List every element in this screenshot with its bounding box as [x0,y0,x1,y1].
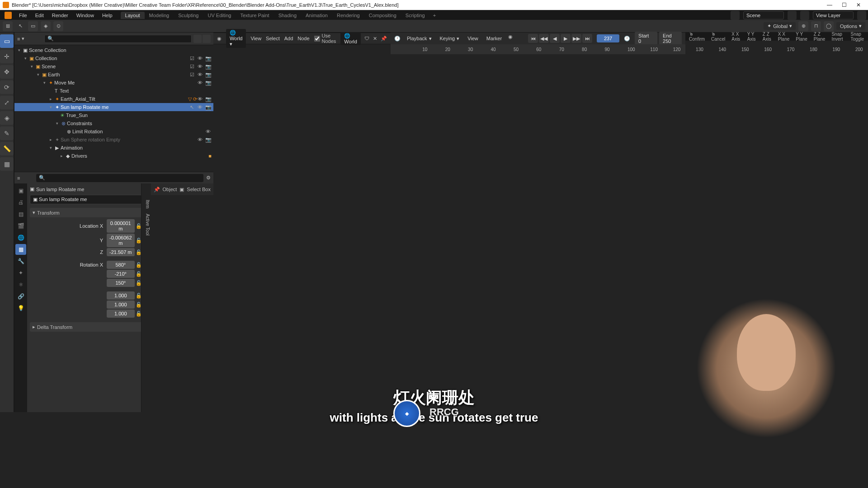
select-box-tool[interactable]: ▭ [0,34,14,48]
viewlayer-browse-icon[interactable] [800,11,809,20]
play-button[interactable]: ▶ [561,34,571,43]
scene-browse-icon[interactable] [731,11,740,20]
rot-y-field[interactable]: -210° [107,270,135,278]
outliner-row-drivers[interactable]: ▸◆Drivers■ [14,152,213,160]
properties-search[interactable]: 🔍 [36,174,203,182]
loc-x-field[interactable]: 0.000001 m [107,219,135,233]
tab-scripting[interactable]: Scripting [401,12,429,19]
node-node-menu[interactable]: Node [297,36,309,41]
unlink-icon[interactable]: ✕ [373,36,377,42]
object-tab[interactable]: ▦ [15,244,26,255]
outliner-row-collection[interactable]: ▾▣Collection☑👁📷 [14,54,213,62]
camera-icon[interactable]: 📷 [205,104,212,110]
use-nodes-checkbox[interactable]: Use Nodes [314,33,336,44]
edit-menu[interactable]: Edit [32,12,47,19]
outliner-row-scene[interactable]: ▾▣Scene☑👁📷 [14,62,213,70]
rotate-tool[interactable]: ⟳ [0,80,14,94]
eye-icon[interactable]: 👁 [197,56,203,61]
preview-range-icon[interactable]: 🕐 [624,36,630,42]
annotate-tool[interactable]: ✎ [0,127,14,140]
editor-type-timeline-icon[interactable]: 🕐 [394,36,401,42]
exclude-icon[interactable]: ☑ [189,72,195,78]
outliner-row-animation[interactable]: ▾▶Animation [14,144,213,152]
outliner[interactable]: ▾▣Scene Collection ▾▣Collection☑👁📷 ▾▣Sce… [14,45,213,172]
overlay-icon[interactable]: ⊙ [53,21,63,31]
pivot-icon[interactable]: ⊕ [798,21,808,31]
outliner-row-earth[interactable]: ▾▣Earth☑👁📷 [14,70,213,79]
maximize-button[interactable]: ☐ [837,0,851,9]
sidebar-tab-item[interactable]: Item [142,197,151,211]
editor-type-props-icon[interactable]: ≡ [17,175,20,181]
window-menu[interactable]: Window [73,12,98,19]
jump-start-button[interactable]: ⏮ [528,34,538,43]
add-workspace-button[interactable]: + [429,12,439,19]
tab-sculpting[interactable]: Sculpting [174,12,203,19]
transform-tool[interactable]: ◈ [0,111,14,125]
end-frame-field[interactable]: End 250 [659,32,682,45]
exclude-icon[interactable]: ☑ [189,56,195,61]
pin-icon[interactable]: 📌 [381,36,387,42]
render-menu[interactable]: Render [48,12,72,19]
add-tool[interactable]: ▦ [0,157,14,171]
world-tab[interactable]: 🌐 [15,232,26,243]
camera-icon[interactable]: 📷 [205,137,212,143]
jump-end-button[interactable]: ⏭ [582,34,592,43]
orientation-dropdown[interactable]: ✦ Global ▾ [764,22,796,30]
play-reverse-button[interactable]: ◀ [550,34,560,43]
file-menu[interactable]: File [15,12,31,19]
sidebar-tab-active-tool[interactable]: Active Tool [142,211,151,238]
scale-z-field[interactable]: 1.000 [107,310,135,318]
keyframe-next-button[interactable]: ▶▶ [571,34,581,43]
rot-z-field[interactable]: 150° [107,279,135,287]
eye-icon[interactable]: 👁 [197,137,203,143]
move-tool[interactable]: ✥ [0,65,14,79]
tab-rendering[interactable]: Rendering [332,12,364,19]
eye-icon[interactable]: 👁 [197,104,203,110]
timeline-ruler[interactable]: 1020304050607080901001101201301401501601… [391,44,685,54]
eye-icon[interactable]: 👁 [197,72,203,78]
tab-modeling[interactable]: Modeling [145,12,174,19]
help-menu[interactable]: Help [99,12,116,19]
world-datablock-selector[interactable]: 🌐 World [340,32,361,45]
tool-icon[interactable]: ▣ [179,187,184,192]
pin-icon[interactable]: 📌 [154,187,160,192]
outliner-row-constraints[interactable]: ▾⊗Constraints [14,119,213,127]
timeline-marker-menu[interactable]: Marker [485,35,504,42]
render-tab[interactable]: ▣ [15,185,26,196]
scale-y-field[interactable]: 1.000 [107,300,135,309]
gizmo-icon[interactable]: ◈ [41,21,51,31]
current-frame-field[interactable]: 237 [597,34,619,42]
outliner-row-true-sun[interactable]: ☀True_Sun [14,111,213,119]
cursor-tool[interactable]: ✛ [0,50,14,63]
shield-icon[interactable]: 🛡 [364,36,369,41]
autokey-icon[interactable]: ◉ [508,34,513,43]
camera-icon[interactable]: 📷 [205,56,212,61]
select-icon[interactable]: ↖ [189,104,195,110]
scene-selector[interactable]: Scene [743,11,784,19]
viewlayer-tab[interactable]: ▤ [15,209,26,220]
close-button[interactable]: ✕ [852,0,865,9]
new-collection-icon[interactable] [203,35,211,43]
camera-icon[interactable]: 📷 [205,72,212,78]
loc-z-field[interactable]: -21.507 m [107,248,135,256]
props-options-icon[interactable]: ⚙ [206,175,211,181]
timeline-body[interactable] [391,54,685,87]
object-selector[interactable]: Object [163,187,177,192]
scale-x-field[interactable]: 1.000 [107,291,135,300]
outliner-search[interactable]: 🔍 [44,35,192,43]
outliner-row-text[interactable]: TText [14,87,213,95]
camera-icon[interactable]: 📷 [205,64,212,70]
outliner-row-move-me[interactable]: ▾✦Move Me👁📷 [14,79,213,87]
scale-tool[interactable]: ⤢ [0,96,14,109]
eye-icon[interactable]: 👁 [205,129,212,134]
rot-x-field[interactable]: 580° [107,261,135,269]
eye-icon[interactable]: 👁 [197,64,203,70]
filter-icon[interactable] [193,35,202,43]
transform-panel-header[interactable]: ▾ Transform [30,208,149,217]
tab-shading[interactable]: Shading [274,12,301,19]
data-tab[interactable]: 💡 [15,303,26,314]
tab-layout[interactable]: Layout [121,12,145,19]
exclude-icon[interactable]: ☑ [189,64,195,70]
eye-icon[interactable]: 👁 [197,80,203,86]
scene-new-icon[interactable] [788,11,797,20]
